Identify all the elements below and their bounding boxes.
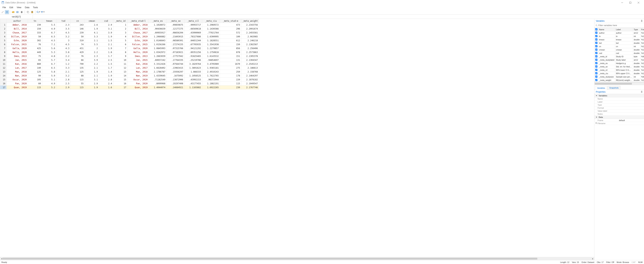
data-cell[interactable]: Hello, 2020 bbox=[128, 50, 149, 54]
data-cell[interactable]: .17757942 bbox=[166, 54, 184, 58]
data-cell[interactable]: 1.6628402 bbox=[149, 66, 166, 70]
data-cell[interactable]: 2.2 bbox=[85, 50, 99, 54]
data-cell[interactable]: 1.1750818 bbox=[202, 50, 220, 54]
data-cell[interactable]: 1.5 bbox=[99, 62, 113, 66]
data-cell[interactable]: Quan, 2019 bbox=[128, 86, 149, 90]
column-header[interactable]: _meta_weight bbox=[241, 19, 259, 23]
pin-icon[interactable] bbox=[641, 91, 642, 93]
data-cell[interactable]: Oscar, 2020 bbox=[128, 78, 149, 82]
data-cell[interactable]: .91825465 bbox=[184, 54, 202, 58]
data-cell[interactable]: 2.1 bbox=[85, 66, 99, 70]
data-grid[interactable]: authortntmeantsdcncmeancsd_meta_id_meta_… bbox=[0, 19, 259, 90]
data-cell[interactable]: 5.3 bbox=[42, 50, 56, 54]
data-cell[interactable]: Lan, 2017 bbox=[6, 66, 28, 70]
menu-tools[interactable]: Tools bbox=[31, 6, 40, 10]
data-cell[interactable]: Echo, 2020 bbox=[6, 38, 28, 42]
data-cell[interactable]: 1.9 bbox=[99, 74, 113, 78]
column-header[interactable]: _meta_id bbox=[113, 19, 128, 23]
data-cell[interactable]: 3.5 bbox=[85, 42, 99, 46]
variable-row[interactable]: authorauthorstr12%12s bbox=[594, 31, 644, 35]
data-cell[interactable]: 1 bbox=[113, 23, 128, 27]
data-cell[interactable]: 856 bbox=[220, 46, 241, 50]
data-cell[interactable]: 10 bbox=[113, 58, 128, 62]
row-number[interactable]: 9 bbox=[0, 54, 6, 58]
row-number[interactable]: 3 bbox=[0, 31, 6, 35]
data-cell[interactable]: 1.0342972 bbox=[149, 50, 166, 54]
data-cell[interactable]: .09859875 bbox=[166, 23, 184, 27]
variable-row[interactable]: _meta_idStudy IDbyte%9.0g bbox=[594, 55, 644, 58]
data-cell[interactable]: 2.2573863 bbox=[241, 50, 259, 54]
property-row[interactable]: Notes bbox=[594, 112, 644, 116]
variable-checkbox[interactable] bbox=[595, 42, 598, 44]
data-cell[interactable]: 115 bbox=[28, 86, 42, 90]
data-cell[interactable]: 6.7 bbox=[42, 31, 56, 35]
data-cell[interactable]: Amber, 2018 bbox=[6, 23, 28, 27]
data-cell[interactable]: .43177455 bbox=[184, 82, 202, 86]
data-cell[interactable]: 9 bbox=[113, 54, 128, 58]
data-cell[interactable]: 3.8 bbox=[56, 50, 70, 54]
row-number[interactable]: 2 bbox=[0, 27, 6, 31]
data-cell[interactable]: 3.3 bbox=[85, 35, 99, 38]
data-cell[interactable]: 5.6 bbox=[42, 46, 56, 50]
variable-checkbox[interactable] bbox=[595, 66, 598, 68]
data-cell[interactable]: 2.2343756 bbox=[241, 23, 259, 27]
data-cell[interactable]: 1.8 bbox=[99, 50, 113, 54]
data-cell[interactable]: Dillon, 2019 bbox=[128, 35, 149, 38]
data-cell[interactable]: 178 bbox=[220, 74, 241, 78]
data-cell[interactable]: 1.6922265 bbox=[202, 86, 220, 90]
column-header[interactable]: _meta_stud~e bbox=[220, 19, 241, 23]
data-cell[interactable]: 76 bbox=[70, 54, 85, 58]
row-number[interactable]: 13 bbox=[0, 70, 6, 74]
variable-checkbox[interactable] bbox=[595, 35, 598, 37]
property-section-header[interactable]: Data bbox=[594, 116, 644, 119]
horizontal-scrollbar[interactable]: ◂ ▸ bbox=[0, 257, 594, 260]
data-cell[interactable]: .08656204 bbox=[166, 31, 184, 35]
column-header[interactable]: _meta_se bbox=[166, 19, 184, 23]
data-cell[interactable]: Quan, 2019 bbox=[6, 86, 28, 90]
data-cell[interactable]: Bill, 2014 bbox=[128, 27, 149, 31]
data-cell[interactable]: Falcon, 2015 bbox=[128, 42, 149, 46]
data-cell[interactable]: .60037242 bbox=[149, 58, 166, 62]
menu-view[interactable]: View bbox=[15, 6, 23, 10]
variable-checkbox[interactable] bbox=[595, 69, 598, 71]
print-button[interactable] bbox=[20, 10, 24, 14]
data-cell[interactable]: 1.9 bbox=[99, 46, 113, 50]
data-cell[interactable]: 239 bbox=[70, 31, 85, 35]
data-cell[interactable]: 4.9 bbox=[42, 27, 56, 31]
scrollbar-thumb[interactable] bbox=[595, 83, 632, 84]
scrollbar-thumb[interactable] bbox=[2, 258, 537, 260]
data-cell[interactable]: .17764335 bbox=[166, 58, 184, 62]
scroll-right-arrow[interactable]: ▸ bbox=[591, 257, 594, 260]
data-cell[interactable]: .07564744 bbox=[166, 62, 184, 66]
data-cell[interactable]: 1670 bbox=[220, 62, 241, 66]
data-cell[interactable]: .94121292 bbox=[184, 46, 202, 50]
data-cell[interactable]: 2.3 bbox=[85, 54, 99, 58]
data-cell[interactable]: 2.2455581 bbox=[241, 31, 259, 35]
data-cell[interactable]: 15 bbox=[113, 78, 128, 82]
data-cell[interactable]: 55 bbox=[70, 82, 85, 86]
data-cell[interactable]: .60955917 bbox=[149, 31, 166, 35]
data-cell[interactable]: 2.1305378 bbox=[241, 54, 259, 58]
data-cell[interactable]: 6.7 bbox=[42, 62, 56, 66]
data-cell[interactable]: 1.6143532 bbox=[202, 54, 220, 58]
row-number[interactable]: 14 bbox=[0, 74, 6, 78]
minimize-button[interactable] bbox=[618, 0, 626, 5]
pin-icon[interactable] bbox=[641, 20, 642, 22]
data-cell[interactable]: 790 bbox=[70, 62, 85, 66]
column-header[interactable]: _meta_es bbox=[149, 19, 166, 23]
data-cell[interactable]: 135 bbox=[70, 66, 85, 70]
data-cell[interactable]: 880 bbox=[28, 62, 42, 66]
data-cell[interactable]: Bill, 2014 bbox=[6, 27, 28, 31]
data-cell[interactable]: 90 bbox=[28, 74, 42, 78]
data-cell[interactable]: 3.9 bbox=[85, 58, 99, 62]
data-cell[interactable]: 88 bbox=[70, 74, 85, 78]
data-cell[interactable]: .98372944 bbox=[202, 78, 220, 82]
column-header[interactable]: csd bbox=[99, 19, 113, 23]
variables-col-format[interactable]: Format bbox=[640, 28, 644, 31]
data-cell[interactable]: Oscar, 2020 bbox=[6, 78, 28, 82]
data-cell[interactable]: 2.158768 bbox=[241, 70, 259, 74]
data-cell[interactable]: 1.866333 bbox=[184, 70, 202, 74]
data-cell[interactable]: 2.256406 bbox=[241, 46, 259, 50]
variable-checkbox[interactable] bbox=[595, 45, 598, 47]
data-cell[interactable]: .17274155 bbox=[166, 42, 184, 46]
